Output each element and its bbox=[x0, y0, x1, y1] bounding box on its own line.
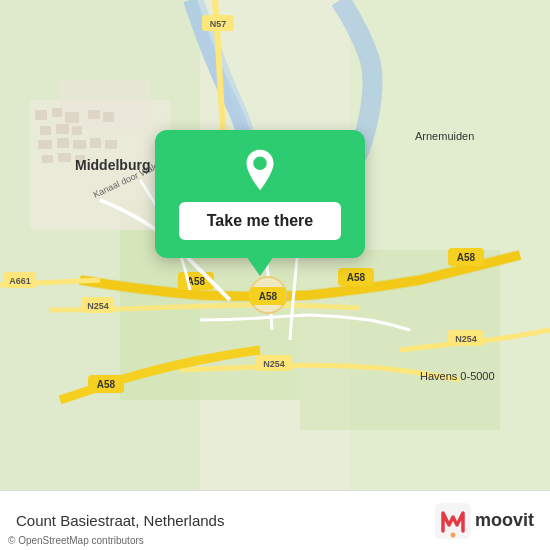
svg-rect-8 bbox=[52, 108, 62, 117]
svg-rect-11 bbox=[56, 124, 69, 134]
svg-text:A58: A58 bbox=[97, 379, 116, 390]
svg-point-50 bbox=[450, 532, 455, 537]
svg-rect-19 bbox=[105, 140, 117, 149]
svg-rect-16 bbox=[57, 138, 69, 148]
svg-rect-15 bbox=[38, 140, 52, 149]
svg-text:A661: A661 bbox=[9, 276, 31, 286]
svg-rect-14 bbox=[103, 112, 114, 122]
svg-text:Havens 0-5000: Havens 0-5000 bbox=[420, 370, 495, 382]
svg-text:A58: A58 bbox=[457, 252, 476, 263]
svg-rect-12 bbox=[72, 126, 82, 135]
svg-rect-17 bbox=[73, 140, 86, 149]
svg-text:Middelburg: Middelburg bbox=[75, 157, 150, 173]
svg-rect-13 bbox=[88, 110, 100, 119]
location-pin-icon bbox=[238, 148, 282, 192]
svg-text:A58: A58 bbox=[259, 291, 278, 302]
svg-text:A58: A58 bbox=[347, 272, 366, 283]
svg-rect-9 bbox=[65, 112, 79, 123]
svg-text:N254: N254 bbox=[87, 301, 109, 311]
svg-text:Arnemuiden: Arnemuiden bbox=[415, 130, 474, 142]
location-label: Count Basiestraat, Netherlands bbox=[16, 512, 224, 529]
svg-rect-18 bbox=[90, 138, 101, 148]
svg-point-48 bbox=[253, 156, 267, 170]
svg-rect-10 bbox=[40, 126, 51, 135]
svg-rect-7 bbox=[35, 110, 47, 120]
moovit-logo: moovit bbox=[435, 503, 534, 539]
map-popup: Take me there bbox=[155, 130, 365, 258]
svg-rect-20 bbox=[42, 155, 53, 163]
svg-rect-21 bbox=[58, 153, 71, 162]
copyright-text: © OpenStreetMap contributors bbox=[8, 535, 144, 546]
moovit-brand-text: moovit bbox=[475, 510, 534, 531]
moovit-icon bbox=[435, 503, 471, 539]
svg-text:N254: N254 bbox=[455, 334, 477, 344]
map-view[interactable]: A58 A58 A58 N57 N254 N254 N254 A661 A58 bbox=[0, 0, 550, 490]
take-me-there-button[interactable]: Take me there bbox=[179, 202, 341, 240]
svg-text:N57: N57 bbox=[210, 19, 227, 29]
svg-text:N254: N254 bbox=[263, 359, 285, 369]
bottom-bar: Count Basiestraat, Netherlands moovit © … bbox=[0, 490, 550, 550]
